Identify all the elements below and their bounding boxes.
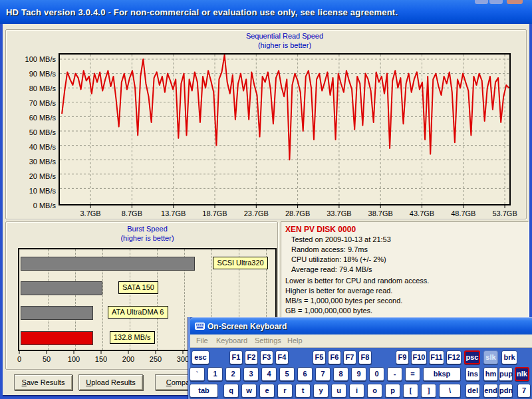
osk-key-F3[interactable]: F3 xyxy=(260,350,273,364)
hdtach-window-title: HD Tach version 3.0.4.0 - For non-commer… xyxy=(6,7,398,17)
osk-key-bksp[interactable]: bksp xyxy=(423,367,461,381)
osk-key-del[interactable]: del xyxy=(466,384,480,398)
sequential-read-series xyxy=(62,55,509,160)
osk-key-e[interactable]: e xyxy=(259,384,275,398)
note-line: MB/s = 1,000,000 bytes per second. xyxy=(285,297,402,305)
osk-key-2[interactable]: 2 xyxy=(225,367,241,381)
osk-key-end[interactable]: end xyxy=(483,384,498,398)
osk-key-sym[interactable]: ` xyxy=(190,367,205,381)
osk-key-y[interactable]: y xyxy=(313,384,329,398)
osk-key-psc[interactable]: psc xyxy=(464,350,480,364)
osk-key-5[interactable]: 5 xyxy=(279,367,295,381)
osk-key-pup[interactable]: pup xyxy=(499,367,513,381)
cpu-utilization-line: CPU utilization: 18% (+/- 2%) xyxy=(291,255,386,263)
drive-name: XEN PV DISK 0000 xyxy=(285,225,356,234)
osk-menu-keyboard[interactable]: Keyboard xyxy=(216,336,247,344)
osk-menu-help[interactable]: Help xyxy=(287,336,303,344)
note-line: Lower is better for CPU and random acces… xyxy=(285,277,429,285)
osk-key-brk[interactable]: brk xyxy=(501,350,517,364)
burst-x-tick-label: 100 xyxy=(64,355,84,363)
note-line: Higher is better for average read. xyxy=(285,287,392,295)
osk-key-nlk[interactable]: nlk xyxy=(515,367,529,381)
osk-key-F2[interactable]: F2 xyxy=(245,350,258,364)
seq-y-tick-label: 20 MB/s xyxy=(13,172,56,180)
note-line: GB = 1,000,000,000 bytes. xyxy=(285,307,372,315)
osk-key-F1[interactable]: F1 xyxy=(229,350,243,364)
average-read-line: Average read: 79.4 MB/s xyxy=(291,265,372,273)
seq-x-tick-label: 53.7GB xyxy=(490,209,519,217)
osk-key-0[interactable]: 0 xyxy=(369,367,384,381)
burst-bar-label: SCSI Ultra320 xyxy=(213,257,267,269)
upload-results-button[interactable]: Upload Results xyxy=(78,374,143,390)
osk-key-sym[interactable]: [ xyxy=(403,384,418,398)
seq-x-tick-label: 13.7GB xyxy=(159,209,188,217)
seq-y-tick-label: 100 MB/s xyxy=(13,55,56,63)
osk-key-u[interactable]: u xyxy=(331,384,346,398)
burst-bar-scsi-ultra320 xyxy=(21,257,195,271)
burst-x-tick-label: 200 xyxy=(118,355,138,363)
close-button[interactable] xyxy=(507,0,523,4)
seq-y-tick-label: 0 MB/s xyxy=(13,201,56,209)
osk-key-pdn[interactable]: pdn xyxy=(499,384,513,398)
osk-key-8[interactable]: 8 xyxy=(333,367,348,381)
seq-y-tick-label: 80 MB/s xyxy=(13,84,56,92)
seq-x-tick-label: 23.7GB xyxy=(241,209,271,217)
seq-y-tick-label: 70 MB/s xyxy=(13,99,56,107)
osk-key-slk[interactable]: slk xyxy=(483,350,498,364)
osk-key-3[interactable]: 3 xyxy=(243,367,259,381)
osk-key-t[interactable]: t xyxy=(295,384,311,398)
seq-x-tick-label: 28.7GB xyxy=(283,209,313,217)
seq-y-tick-label: 90 MB/s xyxy=(13,70,56,78)
osk-menu-settings[interactable]: Settings xyxy=(255,336,281,344)
osk-key-w[interactable]: w xyxy=(241,384,257,398)
seq-x-tick-label: 43.7GB xyxy=(408,209,437,217)
osk-key-6[interactable]: 6 xyxy=(297,367,313,381)
keyboard-icon xyxy=(195,322,205,331)
osk-menubar: File Keyboard Settings Help xyxy=(190,334,532,348)
osk-titlebar[interactable]: On-Screen Keyboard xyxy=(190,317,532,334)
seq-y-tick-label: 50 MB/s xyxy=(13,128,56,136)
seq-x-tick-label: 3.7GB xyxy=(76,209,105,217)
tested-on-line: Tested on 2009-10-13 at 21:53 xyxy=(291,235,391,243)
osk-key-7[interactable]: 7 xyxy=(517,384,531,398)
osk-key-4[interactable]: 4 xyxy=(261,367,277,381)
osk-key-F5[interactable]: F5 xyxy=(313,350,326,364)
save-results-button[interactable]: Save Results xyxy=(14,374,72,390)
maximize-button[interactable] xyxy=(489,0,503,4)
burst-bar-label: 132.8 MB/s xyxy=(110,331,155,344)
osk-key-F8[interactable]: F8 xyxy=(358,350,372,364)
osk-key-r[interactable]: r xyxy=(277,384,293,398)
seq-y-tick-label: 40 MB/s xyxy=(13,143,56,151)
osk-key-sym[interactable]: ] xyxy=(421,384,436,398)
osk-key-i[interactable]: i xyxy=(349,384,364,398)
osk-key-F9[interactable]: F9 xyxy=(396,350,409,364)
osk-key-sym[interactable]: - xyxy=(387,367,402,381)
osk-key-F4[interactable]: F4 xyxy=(275,350,289,364)
hdtach-titlebar[interactable]: HD Tach version 3.0.4.0 - For non-commer… xyxy=(0,0,532,24)
burst-chart-title: Burst Speed xyxy=(18,224,277,233)
seq-chart-title: Sequential Read Speed xyxy=(59,31,511,41)
osk-key-esc[interactable]: esc xyxy=(192,350,209,364)
osk-key-F12[interactable]: F12 xyxy=(446,350,462,364)
osk-key-hm[interactable]: hm xyxy=(483,367,498,381)
osk-menu-file[interactable]: File xyxy=(196,336,208,344)
burst-bar-132-8-mb-s xyxy=(21,331,93,345)
osk-key-tab[interactable]: tab xyxy=(190,384,218,398)
seq-chart-subtitle: (higher is better) xyxy=(59,41,511,50)
osk-key-F10[interactable]: F10 xyxy=(411,350,427,364)
osk-key-sym[interactable]: \ xyxy=(439,384,461,398)
osk-key-ins[interactable]: ins xyxy=(466,367,480,381)
osk-key-o[interactable]: o xyxy=(367,384,382,398)
osk-key-p[interactable]: p xyxy=(385,384,400,398)
osk-key-7[interactable]: 7 xyxy=(315,367,331,381)
minimize-button[interactable] xyxy=(475,0,488,4)
osk-key-1[interactable]: 1 xyxy=(207,367,223,381)
osk-key-F6[interactable]: F6 xyxy=(328,350,341,364)
osk-key-F7[interactable]: F7 xyxy=(343,350,356,364)
osk-key-F11[interactable]: F11 xyxy=(429,350,444,364)
burst-bar-label: ATA UltraDMA 6 xyxy=(108,306,168,319)
seq-plot-area xyxy=(59,53,511,205)
osk-key-sym[interactable]: = xyxy=(405,367,420,381)
osk-key-9[interactable]: 9 xyxy=(351,367,366,381)
osk-key-q[interactable]: q xyxy=(223,384,239,398)
